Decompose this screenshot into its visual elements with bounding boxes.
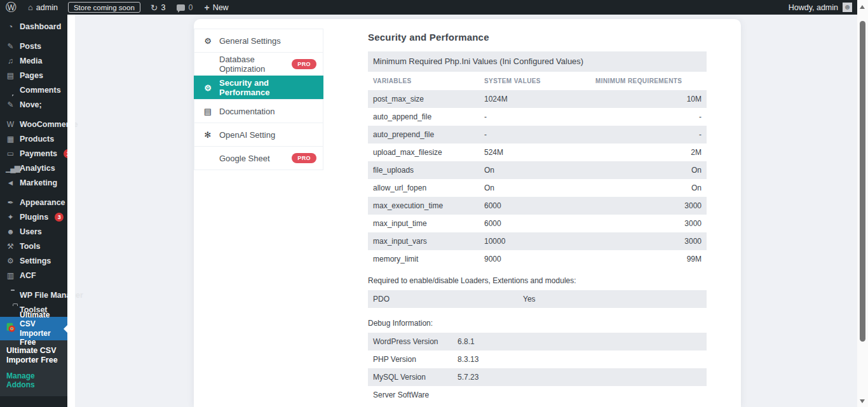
pro-badge: PRO: [292, 153, 316, 163]
sidebar-item-users[interactable]: ☻ Users: [0, 224, 67, 239]
plugins-badge: 3: [55, 213, 64, 222]
media-icon: ♫: [6, 57, 15, 65]
debug-table: WordPress Version 6.8.1 PHP Version 8.3.…: [368, 333, 707, 404]
tab-google-sheet[interactable]: Google Sheet PRO: [194, 146, 323, 170]
sidebar-item-settings[interactable]: ⚙ Settings: [0, 253, 67, 268]
pro-badge: PRO: [292, 59, 316, 69]
sidebar-item-media[interactable]: ♫ Media: [0, 53, 67, 68]
column-variables: VARIABLES: [373, 77, 484, 84]
users-icon: ☻: [6, 227, 15, 236]
table-row: PHP Version 8.3.13: [368, 350, 707, 368]
sidebar-item-analytics[interactable]: ▁▄▆ Analytics: [0, 161, 67, 175]
php-ini-table: post_max_size 1024M 10M auto_append_file…: [368, 90, 707, 268]
sidebar-item-wp-file-manager[interactable]: WP File Manager: [0, 288, 67, 302]
php-ini-column-headers: VARIABLES SYSTEM VALUES MINIMUM REQUIREM…: [368, 72, 707, 90]
brush-icon: ✒: [6, 198, 15, 207]
loaders-note: Required to enable/disable Loaders, Exte…: [368, 276, 707, 285]
acf-icon: ▥: [6, 271, 15, 280]
avatar: ☻: [843, 3, 852, 12]
pages-icon: ▤: [6, 71, 15, 80]
table-row: auto_append_file - -: [368, 108, 707, 126]
table-row: upload_max_filesize 524M 2M: [368, 143, 707, 161]
database-icon: [203, 154, 213, 163]
sidebar-item-plugins[interactable]: ✦ Plugins 3: [0, 210, 67, 224]
openai-icon: ✻: [203, 130, 213, 140]
settings-nav: ⚙ General Settings Database Optimization…: [194, 29, 323, 170]
comments-menu[interactable]: 0: [171, 0, 198, 15]
analytics-icon: ▁▄▆: [6, 164, 15, 173]
tab-general-settings[interactable]: ⚙ General Settings: [194, 29, 323, 53]
sidebar-item-products[interactable]: ▦ Products: [0, 131, 67, 146]
howdy-label: Howdy, admin: [789, 3, 838, 12]
plugin-icon: ✦: [6, 213, 15, 222]
gear-icon: ⚙: [203, 83, 213, 93]
tab-documentation[interactable]: ▤ Documentation: [194, 99, 323, 123]
comment-bubble-icon: [6, 86, 15, 95]
csv-importer-icon: [6, 323, 15, 335]
store-status-badge[interactable]: Store coming soon: [68, 2, 140, 13]
sidebar-item-nove[interactable]: ✎ Nove;: [0, 97, 67, 112]
table-row: memory_limit 9000 99M: [368, 250, 707, 268]
csv-importer-submenu: Ultimate CSV Importer Free Manage Addons: [0, 340, 67, 396]
scroll-up-arrow[interactable]: [860, 5, 865, 9]
table-row: PDO Yes: [368, 290, 707, 308]
sidebar-item-posts[interactable]: ✎ Posts: [0, 39, 67, 53]
gear-icon: ⚙: [203, 36, 213, 46]
debug-information-title: Debug Information:: [368, 319, 707, 328]
plus-icon: +: [204, 3, 209, 13]
updates-icon: ↻: [151, 3, 158, 13]
comments-count: 0: [188, 3, 193, 12]
sidebar-item-dashboard[interactable]: ◔ Dashboard: [0, 19, 67, 34]
sidebar-item-payments[interactable]: ▭ Payments 1: [0, 146, 67, 161]
manage-addons-link[interactable]: Manage Addons: [6, 371, 65, 389]
sidebar-item-marketing[interactable]: ◄ Marketing: [0, 175, 67, 190]
database-icon: [203, 60, 213, 69]
woocommerce-icon: W: [6, 120, 15, 129]
table-row: auto_prepend_file - -: [368, 126, 707, 143]
sidebar-item-appearance[interactable]: ✒ Appearance: [0, 195, 67, 210]
table-row: max_input_time 6000 3000: [368, 215, 707, 232]
payments-icon: ▭: [6, 149, 15, 158]
admin-bar: Ⓦ ⌂ admin Store coming soon ↻ 3 0 + New …: [0, 0, 857, 15]
sidebar-item-acf[interactable]: ▥ ACF: [0, 268, 67, 283]
site-name-menu[interactable]: ⌂ admin: [22, 0, 64, 15]
wp-logo-menu[interactable]: Ⓦ: [0, 0, 22, 15]
table-row: post_max_size 1024M 10M: [368, 90, 707, 108]
updates-menu[interactable]: ↻ 3: [145, 0, 172, 15]
sidebar-content-divider: [67, 15, 75, 407]
site-name-label: admin: [36, 3, 58, 12]
sidebar-item-comments[interactable]: Comments: [0, 83, 67, 97]
table-row: max_execution_time 6000 3000: [368, 197, 707, 215]
scroll-down-arrow[interactable]: [860, 399, 865, 403]
admin-sidebar: ◔ Dashboard ✎ Posts ♫ Media ▤ Pages Comm…: [0, 15, 67, 407]
sidebar-item-tools[interactable]: ⚒ Tools: [0, 239, 67, 253]
sidebar-item-pages[interactable]: ▤ Pages: [0, 68, 67, 83]
page-scrollbar[interactable]: [857, 0, 868, 407]
folder-icon: [6, 291, 15, 300]
gauge-icon: ◔: [6, 22, 15, 31]
php-ini-section-header: Minimum Required Php.Ini Values (Ini Con…: [368, 51, 707, 72]
sidebar-item-ultimate-csv-importer[interactable]: Ultimate CSV Importer Free: [0, 317, 67, 340]
home-icon: ⌂: [28, 3, 33, 12]
tab-openai-setting[interactable]: ✻ OpenAI Setting: [194, 123, 323, 147]
settings-card: ⚙ General Settings Database Optimization…: [194, 19, 741, 407]
table-row: MySQL Version 5.7.23: [368, 368, 707, 386]
submenu-title[interactable]: Ultimate CSV Importer Free: [6, 346, 65, 365]
column-system-values: SYSTEM VALUES: [484, 77, 595, 84]
new-content-menu[interactable]: + New: [198, 0, 234, 15]
column-minimum-requirements: MINIMUM REQUIREMENTS: [595, 77, 702, 84]
products-icon: ▦: [6, 135, 15, 143]
scrollbar-thumb[interactable]: [860, 21, 865, 342]
settings-icon: ⚙: [6, 257, 15, 265]
pushpin-icon: ✎: [6, 42, 15, 51]
sidebar-item-woocommerce[interactable]: W WooCommerce: [0, 117, 67, 131]
page-title: Security and Performance: [368, 32, 707, 43]
collapse-menu-button[interactable]: ◄ Collapse Menu: [0, 404, 67, 407]
tab-security-and-performance[interactable]: ⚙ Security and Performance: [194, 76, 323, 100]
tab-database-optimization[interactable]: Database Optimization PRO: [194, 52, 323, 76]
megaphone-icon: ◄: [6, 178, 15, 187]
table-row: max_input_vars 10000 3000: [368, 232, 707, 250]
table-row: file_uploads On On: [368, 161, 707, 179]
account-menu[interactable]: Howdy, admin ☻: [789, 3, 857, 12]
table-row: allow_url_fopen On On: [368, 179, 707, 197]
